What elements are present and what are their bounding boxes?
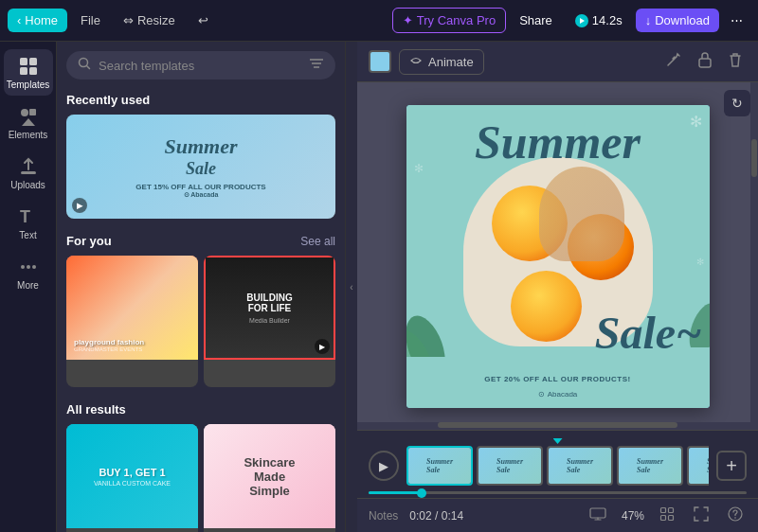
scrubber-arrow xyxy=(553,438,563,444)
for-you-grid: playground fashion GRANDMASTER EVENTS BU… xyxy=(66,256,335,387)
expand-button[interactable] xyxy=(656,505,678,526)
all-results-grid: BUY 1, GET 1 VANILLA CUSTOM CAKE Skincar… xyxy=(66,424,335,532)
canvas-wrapper[interactable]: ✻ ✻ ✻ Summer xyxy=(357,82,758,430)
svg-rect-7 xyxy=(21,171,36,174)
summer-text: Summer xyxy=(406,118,710,166)
template-skincare[interactable]: Skincare Made Simple xyxy=(204,424,335,532)
refresh-button[interactable]: ↻ xyxy=(724,90,750,116)
chevron-left-icon: ‹ xyxy=(350,282,352,293)
see-all-button[interactable]: See all xyxy=(300,235,335,248)
undo-icon: ↩ xyxy=(198,13,208,27)
template-summer-sale-recent[interactable]: Summer Sale GET 15% OFF ALL OUR PRODUCTS… xyxy=(66,115,335,219)
file-button[interactable]: File xyxy=(71,9,110,32)
add-frame-button[interactable]: + xyxy=(716,451,747,481)
svg-rect-24 xyxy=(661,516,666,521)
all-results-header: All results xyxy=(66,402,335,417)
for-you-header: For you See all xyxy=(66,234,335,248)
timeline-frame-5[interactable]: SummerSale xyxy=(687,446,709,486)
delete-button[interactable] xyxy=(724,47,747,76)
brand-text: ⊙Abacada xyxy=(406,390,710,399)
template-playground[interactable]: playground fashion GRANDMASTER EVENTS xyxy=(66,256,198,387)
svg-point-27 xyxy=(734,517,736,519)
magic-wand-button[interactable] xyxy=(661,47,686,76)
snowflake-decoration-3: ✻ xyxy=(696,257,704,267)
sale-text: Sale~ xyxy=(595,310,702,356)
canva-star-icon: ✦ xyxy=(403,13,413,27)
timeline-frames: SummerSale SummerSale SummerSale SummerS… xyxy=(406,446,709,486)
color-swatch[interactable] xyxy=(369,50,391,73)
h-scrollbar-thumb[interactable] xyxy=(438,422,678,428)
chevron-left-icon: ‹ xyxy=(17,13,21,27)
more-icon xyxy=(17,256,40,278)
timeline: ▶ SummerSale SummerSale SummerSale Summe… xyxy=(357,430,758,498)
play-icon xyxy=(575,14,588,27)
timeline-frame-2[interactable]: SummerSale xyxy=(477,446,543,486)
canvas-toolbar: Animate xyxy=(357,42,758,82)
sidebar-item-more[interactable]: More xyxy=(4,250,53,296)
try-canva-button[interactable]: ✦ Try Canva Pro xyxy=(392,8,506,33)
fruit-3 xyxy=(511,271,582,342)
sidebar-item-elements[interactable]: Elements xyxy=(4,99,53,146)
timeline-scrubber[interactable] xyxy=(369,491,747,494)
filter-icon[interactable] xyxy=(309,57,324,74)
tagline-text: GET 20% OFF ALL OUR PRODUCTS! xyxy=(406,375,710,383)
more-options-button[interactable]: ⋯ xyxy=(723,9,750,32)
scrubber-handle[interactable] xyxy=(417,488,426,498)
panel-collapse-handle[interactable]: ‹ xyxy=(346,42,357,532)
fullscreen-button[interactable] xyxy=(690,505,713,526)
svg-point-9 xyxy=(21,265,25,269)
monitor-icon-button[interactable] xyxy=(586,505,610,525)
zoom-display: 47% xyxy=(622,509,644,523)
scrollbar-thumb[interactable] xyxy=(751,139,757,177)
sidebar-item-text[interactable]: T Text xyxy=(4,200,53,246)
sidebar-item-uploads[interactable]: Uploads xyxy=(4,150,53,196)
template-building[interactable]: BUILDING FOR LIFE Media Builder ▶ xyxy=(204,256,335,387)
topbar: ‹ Home File ⇔ Resize ↩ ✦ Try Canva Pro S… xyxy=(0,0,758,42)
timeline-controls: ▶ SummerSale SummerSale SummerSale Summe… xyxy=(369,446,747,486)
sidebar: Templates Elements Uploads xyxy=(0,42,57,532)
templates-icon xyxy=(17,55,40,78)
search-input[interactable] xyxy=(99,59,301,73)
svg-rect-25 xyxy=(669,516,674,521)
share-button[interactable]: Share xyxy=(510,9,562,32)
undo-button[interactable]: ↩ xyxy=(189,9,218,32)
home-button[interactable]: ‹ Home xyxy=(8,9,67,32)
uploads-icon xyxy=(17,155,40,178)
canvas-design[interactable]: ✻ ✻ ✻ Summer xyxy=(406,105,710,408)
horizontal-scrollbar[interactable] xyxy=(357,422,758,430)
svg-rect-0 xyxy=(20,58,27,65)
scrubber-indicator xyxy=(369,438,747,444)
all-results-title: All results xyxy=(66,402,126,417)
recently-used-header: Recently used xyxy=(66,93,335,107)
svg-rect-1 xyxy=(29,58,37,65)
timeline-frame-4[interactable]: SummerSale xyxy=(617,446,683,486)
download-icon: ↓ xyxy=(645,13,652,27)
vertical-scrollbar[interactable] xyxy=(750,82,758,430)
timeline-frame-3[interactable]: SummerSale xyxy=(547,446,613,486)
animate-button[interactable]: Animate xyxy=(399,49,484,75)
timeline-frame-1[interactable]: SummerSale xyxy=(406,446,473,486)
svg-marker-6 xyxy=(22,118,35,126)
canvas-area: Animate xyxy=(357,42,758,532)
main-content: Templates Elements Uploads xyxy=(0,42,758,532)
resize-button[interactable]: ⇔ Resize xyxy=(114,9,185,32)
svg-point-16 xyxy=(677,54,678,56)
elements-icon xyxy=(17,105,40,128)
search-icon xyxy=(78,57,91,74)
templates-panel: Recently used Summer Sale GET 15% OFF AL… xyxy=(57,42,346,532)
play-button[interactable]: ▶ xyxy=(369,451,399,481)
search-bar xyxy=(66,51,335,80)
svg-rect-5 xyxy=(29,109,36,115)
download-button[interactable]: ↓ Download xyxy=(636,9,719,32)
lock-button[interactable] xyxy=(694,47,716,76)
template-buy-one[interactable]: BUY 1, GET 1 VANILLA CUSTOM CAKE xyxy=(66,424,198,532)
sidebar-item-templates[interactable]: Templates xyxy=(4,49,53,96)
resize-icon: ⇔ xyxy=(123,13,134,27)
svg-point-10 xyxy=(27,265,30,269)
help-button[interactable] xyxy=(724,505,747,526)
text-icon: T xyxy=(17,205,40,228)
svg-point-4 xyxy=(21,109,28,116)
timer-button[interactable]: 14.2s xyxy=(566,9,632,32)
for-you-title: For you xyxy=(66,234,112,248)
notes-label: Notes xyxy=(369,509,398,523)
